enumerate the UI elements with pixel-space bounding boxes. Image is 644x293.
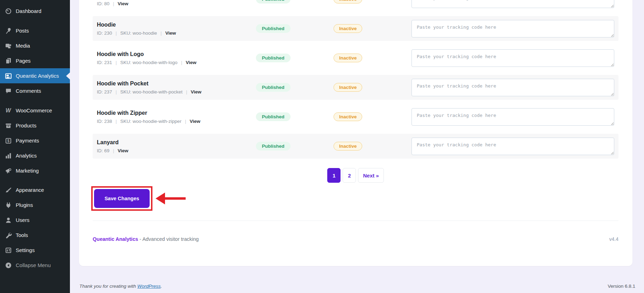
payments-icon: $ bbox=[5, 137, 12, 144]
sidebar-item-label: Marketing bbox=[16, 168, 39, 174]
admin-content-area: ID: 80 | View Published Inactive Hoodie … bbox=[70, 0, 644, 293]
tracking-code-textarea[interactable] bbox=[412, 20, 614, 37]
save-changes-button[interactable]: Save Changes bbox=[94, 189, 150, 208]
sidebar-item-label: Pages bbox=[16, 58, 31, 64]
view-product-link[interactable]: View bbox=[118, 148, 129, 153]
meta-separator: | bbox=[160, 30, 162, 36]
wp-admin-footer: Thank you for creating with WordPress. V… bbox=[79, 284, 635, 289]
published-status-badge: Published bbox=[256, 142, 291, 151]
product-row: Hoodie with Pocket ID: 237 | SKU: woo-ho… bbox=[93, 75, 618, 100]
save-section: Save Changes bbox=[91, 186, 618, 211]
sidebar-item-pages[interactable]: Pages bbox=[0, 53, 70, 68]
view-product-link[interactable]: View bbox=[186, 60, 196, 65]
red-arrow-annotation bbox=[156, 191, 186, 205]
red-highlight-box: Save Changes bbox=[91, 186, 152, 211]
view-product-link[interactable]: View bbox=[165, 30, 176, 36]
sidebar-item-tools[interactable]: Tools bbox=[0, 228, 70, 243]
published-status-badge: Published bbox=[256, 24, 291, 33]
meta-separator: | bbox=[116, 60, 117, 65]
sidebar-item-woocommerce[interactable]: W WooCommerce bbox=[0, 103, 70, 118]
sidebar-item-label: Settings bbox=[16, 247, 35, 253]
product-row: Hoodie with Zipper ID: 238 | SKU: woo-ho… bbox=[93, 104, 618, 129]
product-title: Hoodie bbox=[97, 21, 256, 28]
analytics-plugin-icon bbox=[5, 72, 12, 79]
sidebar-item-settings[interactable]: Settings bbox=[0, 243, 70, 258]
sidebar-item-appearance[interactable]: Appearance bbox=[0, 182, 70, 197]
sidebar-item-label: Plugins bbox=[16, 202, 33, 208]
sidebar-item-plugins[interactable]: Plugins bbox=[0, 197, 70, 212]
wrench-icon bbox=[5, 231, 12, 239]
sidebar-item-analytics[interactable]: Analytics bbox=[0, 148, 70, 163]
view-product-link[interactable]: View bbox=[189, 119, 200, 124]
pagination-page-2[interactable]: 2 bbox=[343, 168, 356, 183]
product-title: Hoodie with Logo bbox=[97, 51, 256, 58]
sidebar-item-queantic-analytics[interactable]: Queantic Analytics bbox=[0, 68, 70, 83]
product-row: Lanyard ID: 69 | View Published Inactive bbox=[93, 134, 618, 159]
published-status-badge: Published bbox=[256, 54, 291, 62]
published-status-badge: Published bbox=[256, 83, 291, 92]
sidebar-item-label: Media bbox=[16, 43, 30, 49]
product-id: ID: 230 bbox=[97, 30, 112, 36]
tracking-code-textarea[interactable] bbox=[412, 108, 614, 126]
sidebar-item-users[interactable]: Users bbox=[0, 212, 70, 228]
meta-separator: | bbox=[116, 119, 117, 124]
product-title: Lanyard bbox=[97, 139, 256, 146]
meta-separator: | bbox=[116, 30, 117, 36]
sidebar-item-label: Appearance bbox=[16, 187, 44, 193]
plugin-settings-card: ID: 80 | View Published Inactive Hoodie … bbox=[79, 0, 632, 266]
sidebar-item-dashboard[interactable]: Dashboard bbox=[0, 4, 70, 19]
products-box-icon bbox=[5, 122, 12, 129]
wordpress-link[interactable]: WordPress bbox=[137, 284, 161, 289]
product-info: Hoodie ID: 230 | SKU: woo-hoodie | View bbox=[97, 21, 256, 36]
sidebar-item-media[interactable]: Media bbox=[0, 38, 70, 53]
plugin-icon bbox=[5, 201, 12, 209]
product-id: ID: 238 bbox=[97, 119, 112, 124]
sidebar-item-comments[interactable]: Comments bbox=[0, 83, 70, 98]
left-arrow-icon bbox=[156, 191, 186, 205]
pagination-page-1[interactable]: 1 bbox=[327, 168, 341, 183]
product-info: Hoodie with Logo ID: 231 | SKU: woo-hood… bbox=[97, 51, 256, 65]
sidebar-item-label: Queantic Analytics bbox=[16, 73, 59, 79]
tracking-inactive-badge: Inactive bbox=[334, 54, 362, 62]
pagination-next-button[interactable]: Next » bbox=[358, 168, 384, 183]
sidebar-item-posts[interactable]: Posts bbox=[0, 23, 70, 38]
sidebar-item-payments[interactable]: $ Payments bbox=[0, 133, 70, 148]
view-product-link[interactable]: View bbox=[191, 89, 201, 95]
plugin-name-link[interactable]: Queantic Analytics bbox=[93, 236, 138, 242]
tracking-code-textarea[interactable] bbox=[412, 0, 614, 8]
tracking-code-textarea[interactable] bbox=[412, 138, 614, 155]
product-row: Hoodie ID: 230 | SKU: woo-hoodie | View … bbox=[93, 16, 618, 41]
sidebar-item-label: Dashboard bbox=[16, 8, 41, 14]
product-sku: SKU: woo-hoodie-with-logo bbox=[120, 60, 178, 65]
tracking-code-textarea[interactable] bbox=[412, 79, 614, 96]
plugin-credit: Queantic Analytics - Advanced visitor tr… bbox=[93, 236, 199, 242]
pages-icon bbox=[5, 57, 12, 64]
collapse-arrow-icon bbox=[5, 261, 12, 269]
product-id: ID: 231 bbox=[97, 60, 112, 65]
woocommerce-icon: W bbox=[5, 107, 12, 114]
plugin-footer: Queantic Analytics - Advanced visitor tr… bbox=[93, 236, 618, 242]
meta-separator: | bbox=[116, 89, 117, 95]
meta-separator: | bbox=[113, 148, 114, 153]
product-meta: ID: 238 | SKU: woo-hoodie-with-zipper | … bbox=[97, 119, 256, 124]
view-product-link[interactable]: View bbox=[118, 1, 129, 6]
tracking-inactive-badge: Inactive bbox=[334, 142, 362, 151]
product-info: Hoodie with Pocket ID: 237 | SKU: woo-ho… bbox=[97, 80, 256, 95]
meta-separator: | bbox=[186, 89, 187, 95]
sidebar-item-products[interactable]: Products bbox=[0, 118, 70, 133]
tracking-inactive-badge: Inactive bbox=[334, 112, 362, 121]
product-row: ID: 80 | View Published Inactive bbox=[93, 0, 618, 12]
product-meta: ID: 80 | View bbox=[97, 1, 256, 6]
wp-version-text: Version 6.8.1 bbox=[608, 284, 635, 289]
sidebar-item-label: Payments bbox=[16, 138, 39, 144]
product-info: Hoodie with Zipper ID: 238 | SKU: woo-ho… bbox=[97, 110, 256, 124]
comment-icon bbox=[5, 87, 12, 95]
product-meta: ID: 69 | View bbox=[97, 148, 256, 153]
sidebar-item-marketing[interactable]: Marketing bbox=[0, 163, 70, 178]
product-sku: SKU: woo-hoodie-with-pocket bbox=[120, 89, 183, 95]
admin-sidebar: Dashboard Posts Media Pages Queantic Ana… bbox=[0, 0, 70, 293]
sidebar-item-label: Tools bbox=[16, 232, 28, 238]
tracking-code-textarea[interactable] bbox=[412, 49, 614, 67]
sidebar-item-collapse-menu[interactable]: Collapse Menu bbox=[0, 258, 70, 273]
divider bbox=[93, 221, 618, 221]
